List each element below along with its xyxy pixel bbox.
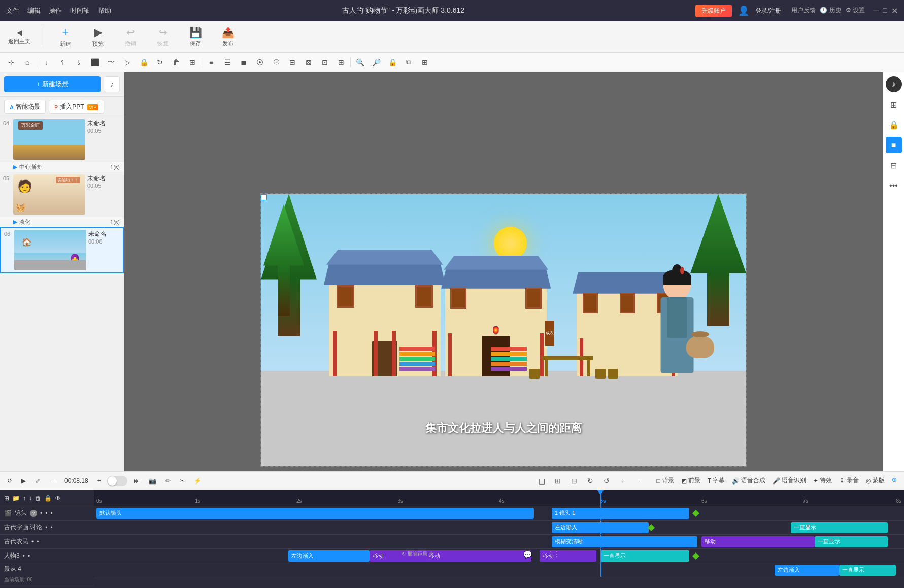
menu-edit[interactable]: 编辑 xyxy=(27,6,41,15)
sec-download-btn[interactable]: ↓ xyxy=(39,55,53,70)
canvas-frame[interactable]: 成衣 🏮 xyxy=(260,193,747,467)
tl-lock-icon[interactable]: 🔒 xyxy=(44,495,52,502)
clip-options-icon[interactable]: ⋮⋮ xyxy=(548,550,560,558)
minimize-btn[interactable]: ─ xyxy=(873,6,879,16)
sec-align-full-btn[interactable]: ⬛ xyxy=(88,55,102,70)
sec-align-left-btn[interactable]: ≡ xyxy=(204,55,218,70)
clip-farmer-show[interactable]: 一直显示 xyxy=(815,536,888,547)
sec-dist-h-btn[interactable]: ⊟ xyxy=(285,55,299,70)
sec-dist-v-btn[interactable]: ⊠ xyxy=(302,55,316,70)
tl-subtitle-btn[interactable]: T 字幕 xyxy=(705,475,728,487)
tl-play-btn[interactable]: ▶ xyxy=(18,476,29,486)
sec-delete-btn[interactable]: 🗑 xyxy=(169,55,183,70)
sec-align-mid-btn[interactable]: ⫰ xyxy=(72,55,86,70)
calligraphy-dot2[interactable]: • xyxy=(51,524,53,531)
clip-p3-move2[interactable]: 移动 xyxy=(426,550,531,562)
clip-default-camera[interactable]: 默认镜头 xyxy=(96,508,534,519)
publish-btn[interactable]: 📤 发布 xyxy=(218,26,238,47)
new-scene-button[interactable]: + 新建场景 xyxy=(4,76,101,92)
user-feedback-btn[interactable]: 用户反馈 xyxy=(791,6,816,16)
tl-camera-btn[interactable]: 📷 xyxy=(146,476,159,486)
close-btn[interactable]: ✕ xyxy=(891,6,898,16)
tl-tts-btn[interactable]: 🔊 语音合成 xyxy=(729,475,768,487)
tl-down-icon[interactable]: ↓ xyxy=(29,495,32,502)
zoom-in-btn[interactable]: 🔍 xyxy=(353,55,367,70)
insert-ppt-button[interactable]: P 插入PPT VIP xyxy=(49,100,104,114)
person3-dot1[interactable]: • xyxy=(23,552,25,560)
sec-play-shape-btn[interactable]: ▷ xyxy=(120,55,135,70)
tl-edit-btn[interactable]: ✏ xyxy=(162,476,174,486)
login-button[interactable]: 登录/注册 xyxy=(755,7,781,15)
tl-layer-btn-4[interactable]: ↻ xyxy=(583,474,597,488)
tl-toggle-btn[interactable] xyxy=(107,476,127,486)
zoom-out-btn[interactable]: 🔎 xyxy=(369,55,383,70)
right-lock-btn[interactable]: 🔒 xyxy=(886,117,902,133)
tl-bg-btn[interactable]: □ 背景 xyxy=(653,475,677,487)
farmer-dot2[interactable]: • xyxy=(37,538,39,545)
scene-item-04[interactable]: 04 万彩金匠 未命名 00:05 xyxy=(0,117,124,162)
upgrade-button[interactable]: 升级账户 xyxy=(695,5,732,17)
sec-more-btn[interactable]: ⊞ xyxy=(418,55,432,70)
clip-s4-show[interactable]: 一直显示 xyxy=(839,565,896,576)
clip-camera-1[interactable]: 1 镜头 1 xyxy=(552,508,689,519)
sec-align-top-btn[interactable]: ⫯ xyxy=(55,55,70,70)
settings-btn[interactable]: ⚙ 设置 xyxy=(846,6,865,16)
sec-home-btn[interactable]: ⌂ xyxy=(20,55,35,70)
sec-lock2-btn[interactable]: 🔒 xyxy=(385,55,399,70)
clip-p3-fadein[interactable]: 左边渐入 xyxy=(288,550,370,562)
tl-more-tools-btn[interactable]: ⊕ xyxy=(889,475,900,487)
tl-fast-forward-btn[interactable]: ⏭ xyxy=(130,476,143,486)
ai-scene-button[interactable]: A 智能场景 xyxy=(4,100,46,114)
sec-align-h-btn[interactable]: ⦿ xyxy=(253,55,267,70)
menu-timeline[interactable]: 时间轴 xyxy=(70,6,90,15)
clip-s4-fadein[interactable]: 左边渐入 xyxy=(775,565,840,576)
sec-copy3-btn[interactable]: ⧉ xyxy=(401,55,416,70)
farmer-dot1[interactable]: • xyxy=(31,538,34,545)
tl-effect-btn[interactable]: ✦ 特效 xyxy=(810,475,835,487)
menu-operate[interactable]: 操作 xyxy=(49,6,62,15)
save-btn[interactable]: 💾 保存 xyxy=(185,26,206,47)
tl-fg-btn[interactable]: ◩ 前景 xyxy=(678,475,704,487)
sec-align-center-btn[interactable]: ☰ xyxy=(220,55,235,70)
sec-dist2-btn[interactable]: ⊞ xyxy=(334,55,348,70)
tl-new-icon[interactable]: ⊞ xyxy=(4,495,9,502)
preview-btn[interactable]: ▶ 预览 xyxy=(88,26,108,48)
sec-copy2-btn[interactable]: ⊞ xyxy=(185,55,199,70)
tl-layer-btn-3[interactable]: ⊟ xyxy=(567,474,581,488)
comment-icon[interactable]: 💬 xyxy=(523,550,532,559)
sec-select-btn[interactable]: ⊹ xyxy=(4,55,18,70)
redo-btn[interactable]: ↪ 恢复 xyxy=(153,26,173,47)
camera-dot2[interactable]: • xyxy=(45,510,47,517)
music-button[interactable]: ♪ xyxy=(104,76,120,92)
sec-lock-btn[interactable]: 🔒 xyxy=(137,55,151,70)
clip-farmer-move[interactable]: 移动 xyxy=(701,536,815,547)
scene-item-06[interactable]: 06 🏠 🧕 未命名 00:08 xyxy=(0,227,124,273)
right-table-btn[interactable]: ⊟ xyxy=(886,157,902,174)
tl-layer-btn-5[interactable]: ↺ xyxy=(599,474,614,488)
back-home-btn[interactable]: ◀ 返回主页 xyxy=(8,28,30,45)
tl-layer-zoom-out[interactable]: - xyxy=(632,474,646,488)
tl-plus-btn[interactable]: + xyxy=(94,476,104,486)
tl-filter-btn[interactable]: ⚡ xyxy=(191,476,205,486)
screenshot-btn[interactable]: ⊞ xyxy=(886,96,902,113)
maximize-btn[interactable]: □ xyxy=(883,6,887,16)
clip-farmer-blur[interactable]: 模糊变清晰 xyxy=(552,536,697,547)
calligraphy-dot1[interactable]: • xyxy=(45,524,47,531)
tl-up-icon[interactable]: ↑ xyxy=(23,495,26,502)
camera-help-icon[interactable]: ? xyxy=(30,510,37,517)
tl-eye-icon[interactable]: 👁 xyxy=(55,495,61,502)
tl-layer-btn-2[interactable]: ⊞ xyxy=(551,474,565,488)
clip-p3-show[interactable]: 一直显示 xyxy=(600,550,690,562)
new-btn[interactable]: + 新建 xyxy=(55,26,76,48)
sec-align-right-btn[interactable]: ≣ xyxy=(237,55,251,70)
tl-layer-zoom-in[interactable]: + xyxy=(616,474,630,488)
camera-dot3[interactable]: • xyxy=(50,510,52,517)
menu-file[interactable]: 文件 xyxy=(6,6,19,15)
undo-btn[interactable]: ↩ 撤销 xyxy=(120,26,141,47)
tl-record-btn[interactable]: 🎙 录音 xyxy=(836,475,862,487)
tl-folder-icon[interactable]: 📁 xyxy=(12,495,20,502)
sec-wave-btn[interactable]: 〜 xyxy=(104,55,118,70)
music-play-btn[interactable]: ♪ xyxy=(886,76,902,92)
clip-calligraphy-show[interactable]: 一直显示 xyxy=(791,522,888,533)
right-color-btn[interactable]: ■ xyxy=(886,137,902,153)
